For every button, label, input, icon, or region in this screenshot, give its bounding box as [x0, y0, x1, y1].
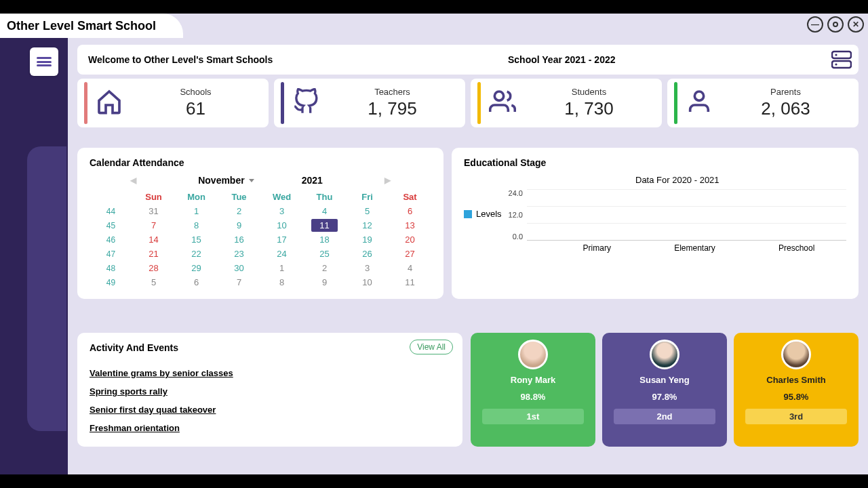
calendar-day[interactable]: 24 [260, 247, 303, 261]
rank-position: 1st [482, 409, 585, 424]
calendar-day[interactable]: 6 [389, 204, 431, 218]
stat-card-students[interactable]: Students 1, 730 [471, 79, 662, 127]
events-title: Activity And Events [90, 342, 450, 353]
rank-card-1st[interactable]: Rony Mark 98.8% 1st [471, 333, 595, 447]
calendar-day[interactable]: 8 [260, 275, 303, 289]
stat-color-bar [281, 82, 284, 124]
calendar-day[interactable]: 15 [175, 232, 218, 247]
week-number: 49 [90, 275, 132, 289]
calendar-day[interactable]: 3 [260, 204, 303, 218]
calendar-day[interactable]: 13 [389, 218, 431, 232]
calendar-day[interactable]: 17 [260, 232, 303, 247]
calendar-day[interactable]: 14 [132, 232, 175, 247]
calendar-day[interactable]: 4 [389, 261, 431, 275]
welcome-bar: Welcome to Other Level's Smart Schools S… [77, 45, 859, 75]
github-icon [292, 88, 319, 118]
server-icon[interactable] [831, 50, 852, 69]
calendar-day[interactable]: 1 [175, 204, 218, 218]
calendar-day[interactable]: 6 [175, 275, 218, 289]
calendar-day[interactable]: 2 [303, 261, 346, 275]
view-all-button[interactable]: View All [410, 340, 453, 354]
svg-rect-1 [832, 61, 851, 68]
calendar-day[interactable]: 12 [346, 218, 389, 232]
rank-card-2nd[interactable]: Susan Yeng 97.8% 2nd [602, 333, 727, 447]
calendar-day[interactable]: 11 [303, 218, 346, 232]
chart-legend: Levels [464, 209, 502, 219]
rank-name: Charles Smith [766, 375, 825, 385]
legend-label: Levels [476, 209, 502, 219]
calendar-day[interactable]: 2 [218, 204, 260, 218]
calendar-day[interactable]: 11 [389, 275, 431, 289]
maximize-icon[interactable] [827, 16, 844, 33]
x-label: Preschool [778, 243, 814, 253]
event-item[interactable]: Senior first day quad takeover [90, 401, 450, 419]
calendar-day[interactable]: 16 [218, 232, 260, 247]
menu-button[interactable] [30, 47, 58, 76]
week-number: 47 [90, 247, 132, 261]
weekday-header: Sun [132, 190, 175, 204]
calendar-day[interactable]: 21 [132, 247, 175, 261]
close-icon[interactable]: ✕ [848, 16, 864, 33]
legend-swatch-icon [464, 210, 472, 218]
svg-point-5 [694, 92, 703, 100]
stat-card-schools[interactable]: Schools 61 [77, 79, 269, 127]
week-number: 48 [90, 261, 132, 275]
calendar-day[interactable]: 26 [346, 247, 389, 261]
weekday-header: Sat [389, 190, 431, 204]
avatar [650, 340, 679, 369]
calendar-day[interactable]: 19 [346, 232, 389, 247]
y-tick: 0.0 [509, 232, 523, 241]
stat-label: Teachers [326, 87, 458, 97]
calendar-day[interactable]: 3 [346, 261, 389, 275]
x-label: Primary [583, 243, 611, 253]
calendar-day[interactable]: 9 [303, 275, 346, 289]
calendar-next-icon[interactable]: ▶ [384, 176, 391, 185]
event-item[interactable]: Freshman orientation [90, 419, 450, 437]
year-label[interactable]: 2021 [302, 175, 323, 186]
calendar-day[interactable]: 5 [346, 204, 389, 218]
stat-color-bar [477, 82, 481, 124]
users-icon [489, 88, 516, 118]
rank-percent: 97.8% [652, 392, 677, 402]
stat-value: 2, 063 [719, 98, 852, 119]
calendar-prev-icon[interactable]: ◀ [130, 176, 136, 185]
minimize-icon[interactable]: — [807, 16, 823, 33]
month-selector[interactable]: November [198, 175, 254, 186]
calendar-day[interactable]: 27 [389, 247, 431, 261]
calendar-day[interactable]: 22 [175, 247, 218, 261]
calendar-day[interactable]: 28 [132, 261, 175, 275]
stat-value: 1, 730 [523, 98, 655, 119]
calendar-day[interactable]: 1 [260, 261, 303, 275]
event-item[interactable]: Spring sports rally [90, 382, 450, 401]
calendar-day[interactable]: 25 [303, 247, 346, 261]
calendar-day[interactable]: 30 [218, 261, 260, 275]
stat-value: 1, 795 [326, 98, 458, 119]
calendar-day[interactable]: 31 [132, 204, 175, 218]
calendar-day[interactable]: 10 [260, 218, 303, 232]
calendar-day[interactable]: 4 [303, 204, 346, 218]
week-number: 46 [90, 232, 132, 247]
user-icon [686, 88, 713, 118]
stat-card-parents[interactable]: Parents 2, 063 [667, 79, 859, 127]
calendar-day[interactable]: 8 [175, 218, 218, 232]
stat-card-teachers[interactable]: Teachers 1, 795 [274, 79, 465, 127]
calendar-day[interactable]: 18 [303, 232, 346, 247]
weekday-header: Wed [260, 190, 303, 204]
rank-percent: 95.8% [784, 392, 809, 402]
event-item[interactable]: Valentine grams by senior classes [90, 364, 450, 382]
stat-color-bar [674, 82, 677, 124]
rank-card-3rd[interactable]: Charles Smith 95.8% 3rd [734, 333, 859, 447]
calendar-day[interactable]: 20 [389, 232, 431, 247]
calendar-day[interactable]: 7 [218, 275, 260, 289]
svg-rect-0 [832, 52, 851, 58]
home-icon [96, 88, 123, 118]
calendar-day[interactable]: 5 [132, 275, 175, 289]
avatar [518, 340, 548, 369]
calendar-title: Calendar Attendance [90, 157, 431, 168]
calendar-day[interactable]: 9 [218, 218, 260, 232]
calendar-day[interactable]: 10 [346, 275, 389, 289]
calendar-day[interactable]: 7 [132, 218, 175, 232]
y-tick: 12.0 [509, 211, 523, 219]
calendar-day[interactable]: 29 [175, 261, 218, 275]
calendar-day[interactable]: 23 [218, 247, 260, 261]
